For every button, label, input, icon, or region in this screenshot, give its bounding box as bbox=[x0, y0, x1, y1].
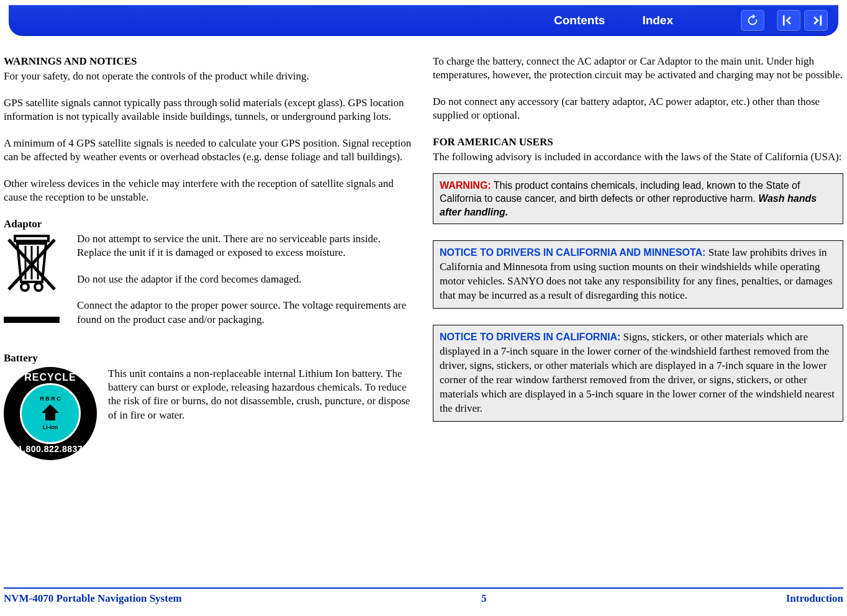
adaptor-heading: Adaptor bbox=[4, 217, 414, 231]
left-column: WARNINGS AND NOTICES For your safety, do… bbox=[4, 55, 414, 460]
footer-page-number: 5 bbox=[481, 592, 487, 605]
recycle-rbrc-label: R B R C bbox=[40, 396, 61, 403]
notice-ca-mn-box: NOTICE TO DRIVERS IN CALIFORNIA AND MINN… bbox=[433, 240, 843, 309]
svg-point-3 bbox=[21, 283, 29, 291]
safety-paragraph: For your safety, do not operate the cont… bbox=[4, 70, 414, 83]
adaptor-service-paragraph: Do not attempt to service the unit. Ther… bbox=[77, 232, 414, 260]
page-footer: NVM-4070 Portable Navigation System 5 In… bbox=[4, 587, 843, 605]
refresh-icon bbox=[746, 14, 759, 27]
svg-rect-1 bbox=[820, 16, 822, 26]
charge-paragraph: To charge the battery, connect the AC ad… bbox=[433, 55, 843, 83]
prev-page-button[interactable] bbox=[777, 10, 800, 31]
notice-ca-label: NOTICE TO DRIVERS IN CALIFORNIA: bbox=[440, 332, 620, 342]
gps-minimum-paragraph: A minimum of 4 GPS satellite signals is … bbox=[4, 137, 414, 165]
warnings-heading: WARNINGS AND NOTICES bbox=[4, 55, 414, 68]
adaptor-cord-paragraph: Do not use the adaptor if the cord becom… bbox=[77, 273, 414, 286]
nav-toolbar bbox=[735, 7, 833, 34]
black-bar-icon bbox=[4, 317, 60, 323]
adaptor-power-paragraph: Connect the adaptor to the proper power … bbox=[77, 299, 414, 327]
warning-box: WARNING: This product contains chemicals… bbox=[433, 173, 843, 225]
footer-section-name: Introduction bbox=[786, 592, 843, 605]
notice-ca-mn-label: NOTICE TO DRIVERS IN CALIFORNIA AND MINN… bbox=[440, 247, 705, 258]
next-page-button[interactable] bbox=[804, 10, 828, 31]
california-intro-paragraph: The following advisory is included in ac… bbox=[433, 150, 843, 164]
warning-body: This product contains chemicals, includi… bbox=[440, 180, 800, 204]
recycle-liion-label: Li-ion bbox=[43, 424, 58, 432]
index-link[interactable]: Index bbox=[642, 14, 673, 27]
battery-paragraph: This unit contains a non-replaceable int… bbox=[108, 367, 414, 423]
battery-heading: Battery bbox=[4, 351, 414, 365]
notice-ca-box: NOTICE TO DRIVERS IN CALIFORNIA: Signs, … bbox=[433, 325, 843, 422]
top-nav-bar: Contents Index bbox=[9, 5, 838, 36]
recycle-label-top: RECYCLE bbox=[4, 371, 97, 384]
arrow-left-icon bbox=[782, 14, 795, 27]
svg-rect-0 bbox=[783, 16, 785, 26]
warning-label: WARNING: bbox=[440, 180, 491, 191]
refresh-button[interactable] bbox=[741, 10, 764, 31]
battery-recycle-icon bbox=[38, 403, 63, 424]
crossed-bin-icon bbox=[4, 232, 60, 294]
gps-signals-paragraph: GPS satellite signals cannot typically p… bbox=[4, 96, 414, 124]
recycle-phone-label: 1.800.822.8837 bbox=[4, 443, 97, 455]
svg-point-4 bbox=[35, 283, 42, 291]
american-users-heading: FOR AMERICAN USERS bbox=[433, 135, 843, 149]
right-column: To charge the battery, connect the AC ad… bbox=[433, 55, 843, 460]
footer-product-name: NVM-4070 Portable Navigation System bbox=[4, 592, 182, 605]
notice-ca-body: Signs, stickers, or other materials whic… bbox=[440, 331, 835, 414]
page-content: WARNINGS AND NOTICES For your safety, do… bbox=[0, 36, 847, 460]
svg-rect-2 bbox=[15, 236, 48, 241]
weee-symbol bbox=[4, 232, 66, 339]
rbrc-recycle-seal: RECYCLE R B R C Li-ion 1.800.822.8837 bbox=[4, 367, 97, 460]
contents-link[interactable]: Contents bbox=[554, 14, 605, 27]
accessory-paragraph: Do not connect any accessory (car batter… bbox=[433, 95, 843, 123]
arrow-right-icon bbox=[809, 14, 823, 27]
wireless-interference-paragraph: Other wireless devices in the vehicle ma… bbox=[4, 177, 414, 205]
